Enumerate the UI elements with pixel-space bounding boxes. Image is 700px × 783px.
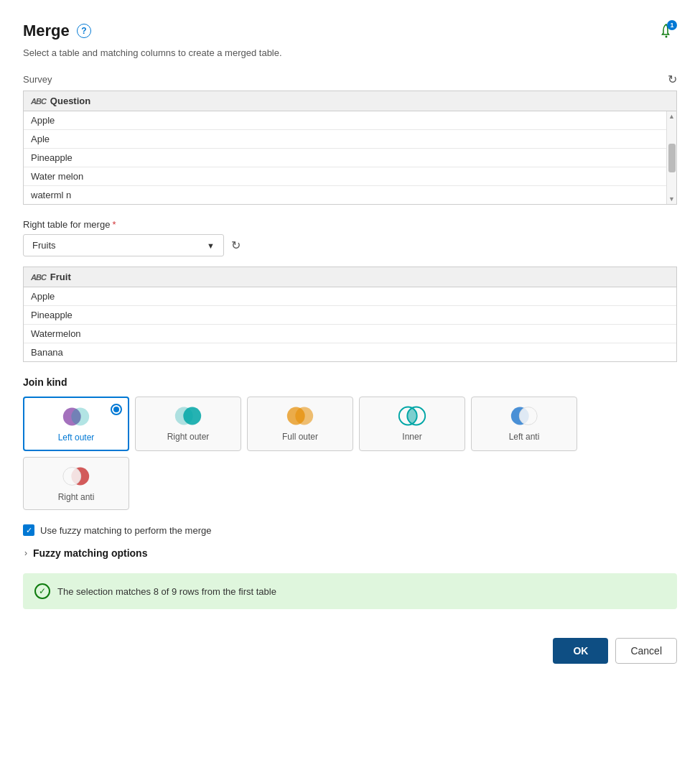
success-banner: ✓ The selection matches 8 of 9 rows from… [23,573,677,609]
success-message: The selection matches 8 of 9 rows from t… [57,586,276,597]
fuzzy-matching-checkbox[interactable]: ✓ [23,524,34,536]
fruits-table: ABC Fruit Apple Pineapple Watermelon Ban… [23,267,677,362]
svg-point-2 [71,408,89,426]
join-option-label: Right outer [167,432,210,442]
survey-table: ABC Question Apple Aple Pineapple Water … [23,91,677,205]
dialog-subtitle: Select a table and matching columns to c… [23,47,677,58]
join-option-label: Inner [402,432,421,442]
table-row[interactable]: Water melon [24,167,666,186]
join-option-left-outer[interactable]: Left outer [23,397,129,451]
join-option-right-anti[interactable]: Right anti [23,457,129,510]
right-table-dropdown[interactable]: Fruits ▼ [23,234,224,256]
venn-inner-icon [396,406,428,426]
notification-icon[interactable]: 1 [655,20,677,42]
join-option-label: Full outer [282,432,318,442]
join-option-label: Right anti [58,492,95,502]
survey-table-body: Apple Aple Pineapple Water melon waterml… [24,111,676,204]
fruits-col-name: Fruit [50,272,71,282]
join-option-label: Left outer [58,432,95,443]
header: Merge ? 1 [23,20,677,42]
scroll-thumb[interactable] [668,144,676,172]
table-row[interactable]: Aple [24,130,666,149]
venn-right-anti-icon [60,466,92,486]
dropdown-row: Fruits ▼ ↻ [23,234,677,256]
venn-left-anti-icon [508,406,540,426]
right-table-section: Right table for merge* Fruits ▼ ↻ [23,219,677,256]
svg-point-6 [295,407,313,425]
venn-full-outer-icon [284,406,316,426]
fuzzy-options-row[interactable]: › Fuzzy matching options [23,547,677,559]
help-icon[interactable]: ? [77,24,91,38]
scroll-down-arrow[interactable]: ▼ [668,195,675,203]
survey-refresh-button[interactable]: ↻ [668,73,677,86]
dropdown-chevron-icon: ▼ [207,241,215,250]
scroll-up-arrow[interactable]: ▲ [668,113,675,120]
table-row[interactable]: Apple [24,111,666,130]
join-options: Left outer Right outer Full outer [23,397,677,510]
join-kind-label: Join kind [23,376,677,388]
venn-left-outer-icon [60,407,92,427]
checkmark-icon: ✓ [26,527,32,534]
join-option-right-outer[interactable]: Right outer [135,397,241,451]
merge-dialog: Merge ? 1 Select a table and matching co… [0,0,700,783]
join-option-inner[interactable]: Inner [359,397,465,451]
fruits-table-header: ABC Fruit [24,267,676,287]
venn-right-outer-icon [172,406,204,426]
dialog-title: Merge [23,22,70,40]
svg-point-4 [183,407,201,425]
notif-badge: 1 [667,20,677,30]
survey-col-type-icon: ABC [31,97,46,106]
fuzzy-matching-row: ✓ Use fuzzy matching to perform the merg… [23,524,677,536]
cancel-button[interactable]: Cancel [615,638,677,664]
table-row[interactable]: Banana [24,343,676,361]
success-icon: ✓ [34,583,50,599]
survey-section-label: Survey ↻ [23,73,677,86]
survey-table-header: ABC Question [24,91,676,111]
table-row[interactable]: Watermelon [24,325,676,343]
table-row[interactable]: Pineapple [24,306,676,325]
fuzzy-matching-label: Use fuzzy matching to perform the merge [40,525,211,536]
chevron-right-icon: › [24,548,27,558]
ok-button[interactable]: OK [553,638,608,664]
survey-scrollbar[interactable]: ▲ ▼ [666,111,676,204]
right-table-label: Right table for merge* [23,219,677,230]
survey-col-name: Question [50,96,90,106]
join-option-left-anti[interactable]: Left anti [471,397,577,451]
join-option-full-outer[interactable]: Full outer [247,397,353,451]
join-option-label: Left anti [509,432,540,442]
right-table-refresh-button[interactable]: ↻ [231,238,241,252]
fuzzy-options-label: Fuzzy matching options [33,547,147,559]
fruits-table-body: Apple Pineapple Watermelon Banana [24,287,676,361]
table-row[interactable]: waterml n [24,186,666,204]
required-indicator: * [112,219,116,230]
svg-point-0 [666,36,668,38]
footer: OK Cancel [23,631,677,664]
fruits-col-type-icon: ABC [31,273,46,282]
title-area: Merge ? [23,22,91,40]
table-row[interactable]: Pineapple [24,149,666,167]
table-row[interactable]: Apple [24,287,676,306]
radio-selected-icon [111,404,122,415]
